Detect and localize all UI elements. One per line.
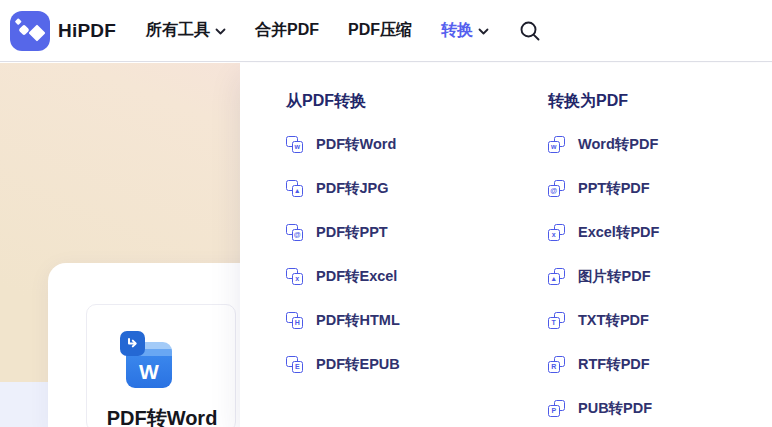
convert-dropdown-panel: 从PDF转换 w PDF转Word ▲ PDF转JPG @ PDF转PPT x … [240, 63, 772, 427]
menu-item-pdf-to-html[interactable]: H PDF转HTML [286, 298, 400, 342]
nav-item-merge-pdf[interactable]: 合并PDF [255, 20, 319, 41]
menu-item-pdf-to-word[interactable]: w PDF转Word [286, 122, 400, 166]
pdf-to-ppt-icon: @ [286, 224, 303, 241]
menu-item-pdf-to-jpg[interactable]: ▲ PDF转JPG [286, 166, 400, 210]
nav-menu: 所有工具 合并PDF PDF压缩 转换 [146, 20, 489, 41]
nav-item-compress-pdf[interactable]: PDF压缩 [348, 20, 412, 41]
tool-title: PDF转Word [87, 405, 237, 427]
menu-list-from-pdf: w PDF转Word ▲ PDF转JPG @ PDF转PPT x PDF转Exc… [286, 122, 400, 386]
pub-to-pdf-icon: P [548, 400, 565, 417]
menu-item-pdf-to-epub[interactable]: E PDF转EPUB [286, 342, 400, 386]
nav-item-all-tools[interactable]: 所有工具 [146, 20, 226, 41]
tool-tile-pdf-to-word[interactable]: W PDF转Word [86, 304, 236, 427]
menu-item-txt-to-pdf[interactable]: T TXT转PDF [548, 298, 659, 342]
menu-item-pub-to-pdf[interactable]: P PUB转PDF [548, 386, 659, 427]
pdf-to-word-icon: w [286, 136, 303, 153]
logo-diamond [15, 18, 21, 24]
rtf-to-pdf-icon: R [548, 356, 565, 373]
menu-item-excel-to-pdf[interactable]: x Excel转PDF [548, 210, 659, 254]
chevron-down-icon [215, 28, 226, 36]
menu-item-pdf-to-ppt[interactable]: @ PDF转PPT [286, 210, 400, 254]
hipdf-logo[interactable] [10, 11, 50, 51]
pdf-to-html-icon: H [286, 312, 303, 329]
chevron-down-icon [478, 28, 489, 36]
menu-item-pdf-to-excel[interactable]: x PDF转Excel [286, 254, 400, 298]
menu-item-ppt-to-pdf[interactable]: @ PPT转PDF [548, 166, 659, 210]
pdf-to-word-app-icon: W [120, 331, 172, 389]
menu-item-word-to-pdf[interactable]: w Word转PDF [548, 122, 659, 166]
column-to-pdf: 转换为PDF w Word转PDF @ PPT转PDF x Excel转PDF … [548, 91, 659, 427]
pdf-to-excel-icon: x [286, 268, 303, 285]
txt-to-pdf-icon: T [548, 312, 565, 329]
navbar: HiPDF 所有工具 合并PDF PDF压缩 转换 [0, 0, 772, 62]
search-button[interactable] [519, 20, 541, 42]
logo-diamond [18, 24, 29, 35]
column-from-pdf: 从PDF转换 w PDF转Word ▲ PDF转JPG @ PDF转PPT x … [286, 91, 400, 386]
excel-to-pdf-icon: x [548, 224, 565, 241]
logo-diamond [29, 24, 46, 41]
nav-item-convert[interactable]: 转换 [441, 20, 489, 41]
menu-list-to-pdf: w Word转PDF @ PPT转PDF x Excel转PDF ▲ 图片转PD… [548, 122, 659, 427]
ppt-to-pdf-icon: @ [548, 180, 565, 197]
image-to-pdf-icon: ▲ [548, 268, 565, 285]
column-header-from-pdf: 从PDF转换 [286, 91, 400, 111]
hipdf-page: W PDF转Word 从PDF转换 w PDF转Word [0, 0, 772, 427]
word-letter: W [139, 361, 159, 382]
search-icon [519, 20, 541, 42]
column-header-to-pdf: 转换为PDF [548, 91, 659, 111]
menu-item-image-to-pdf[interactable]: ▲ 图片转PDF [548, 254, 659, 298]
convert-arrow-icon [120, 331, 145, 356]
pdf-to-epub-icon: E [286, 356, 303, 373]
brand-name[interactable]: HiPDF [58, 20, 116, 42]
word-to-pdf-icon: w [548, 136, 565, 153]
menu-item-rtf-to-pdf[interactable]: R RTF转PDF [548, 342, 659, 386]
pdf-to-jpg-icon: ▲ [286, 180, 303, 197]
